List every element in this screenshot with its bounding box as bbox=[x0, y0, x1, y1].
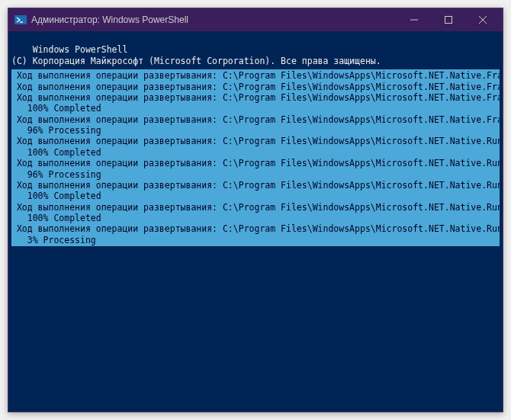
output-line: Ход выполнения операции развертывания: C… bbox=[11, 180, 500, 191]
window-controls bbox=[397, 8, 500, 31]
output-line: Ход выполнения операции развертывания: C… bbox=[11, 202, 500, 213]
terminal-output[interactable]: Windows PowerShell (C) Корпорация Майкро… bbox=[8, 31, 503, 412]
ps-copyright-line: (C) Корпорация Майкрософт (Microsoft Cor… bbox=[11, 56, 381, 66]
powershell-window: Администратор: Windows PowerShell Window… bbox=[8, 8, 503, 412]
output-line: 100% Completed bbox=[11, 191, 500, 201]
output-line: Ход выполнения операции развертывания: C… bbox=[11, 136, 500, 146]
powershell-icon bbox=[14, 14, 27, 26]
close-button[interactable] bbox=[465, 8, 500, 31]
maximize-button[interactable] bbox=[431, 8, 465, 31]
ps-header-line: Windows PowerShell bbox=[33, 44, 128, 55]
output-line: Ход выполнения операции развертывания: C… bbox=[11, 223, 500, 234]
output-line: Ход выполнения операции развертывания: C… bbox=[11, 114, 500, 125]
minimize-button[interactable] bbox=[397, 8, 431, 31]
output-line: Ход выполнения операции развертывания: C… bbox=[11, 70, 500, 81]
output-line: 96% Processing bbox=[11, 125, 500, 136]
output-line: 100% Completed bbox=[11, 103, 500, 114]
output-line: 3% Processing bbox=[11, 235, 500, 245]
svg-rect-1 bbox=[445, 17, 452, 24]
window-title: Администратор: Windows PowerShell bbox=[31, 14, 397, 25]
output-line: Ход выполнения операции развертывания: C… bbox=[11, 92, 500, 103]
output-line: Ход выполнения операции развертывания: C… bbox=[11, 158, 500, 168]
selected-text-block: Ход выполнения операции развертывания: C… bbox=[11, 69, 500, 246]
output-line: 96% Processing bbox=[11, 169, 500, 180]
output-line: Ход выполнения операции развертывания: C… bbox=[11, 82, 500, 92]
output-line: 100% Completed bbox=[11, 213, 500, 223]
titlebar[interactable]: Администратор: Windows PowerShell bbox=[8, 8, 503, 31]
output-line: 100% Completed bbox=[11, 147, 500, 158]
